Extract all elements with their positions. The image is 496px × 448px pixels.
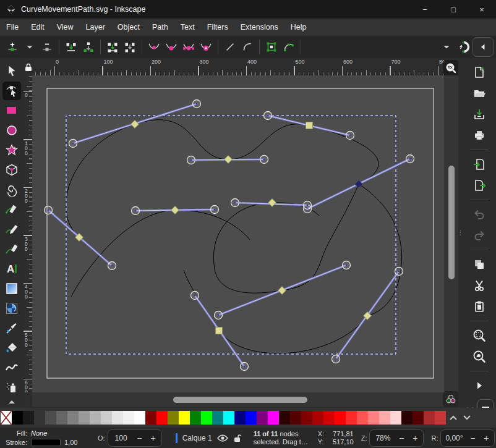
tool-spiral[interactable] <box>2 180 21 199</box>
node-auto-icon[interactable] <box>197 38 215 56</box>
swatch-none[interactable] <box>1 411 12 425</box>
layer-lock-icon[interactable] <box>233 434 241 442</box>
color-swatch[interactable] <box>268 411 279 425</box>
toolbox-overflow-icon[interactable] <box>8 399 15 404</box>
color-swatch[interactable] <box>56 411 67 425</box>
color-swatch[interactable] <box>156 411 168 425</box>
color-swatch[interactable] <box>368 411 379 425</box>
tool-calligraphy[interactable] <box>2 240 21 258</box>
delete-segment-icon[interactable] <box>121 38 139 56</box>
tool-dropper[interactable] <box>2 319 21 337</box>
tool-star[interactable] <box>2 141 21 159</box>
menu-path[interactable]: Path <box>146 20 174 35</box>
color-swatch[interactable] <box>379 411 390 425</box>
horizontal-ruler[interactable]: 0100200300400500600700800 <box>32 58 444 75</box>
path-node-square[interactable] <box>306 122 313 129</box>
panel-resize-grip[interactable]: ⋮ <box>458 58 463 407</box>
color-swatch[interactable] <box>424 411 435 425</box>
color-swatch[interactable] <box>413 411 424 425</box>
color-swatch[interactable] <box>179 411 190 425</box>
delete-node-icon[interactable] <box>38 38 56 56</box>
color-swatch[interactable] <box>190 411 201 425</box>
menu-help[interactable]: Help <box>284 20 313 35</box>
zoom-1-1-button[interactable] <box>443 60 459 76</box>
tool-mesh[interactable] <box>2 299 21 318</box>
tool-gradient[interactable] <box>2 279 21 298</box>
color-swatch[interactable] <box>134 411 145 425</box>
stroke-width-value[interactable]: 1,00 <box>64 439 77 446</box>
open-document-button[interactable] <box>469 85 490 101</box>
fill-value[interactable]: None <box>31 429 47 437</box>
undo-button[interactable] <box>469 206 490 222</box>
color-swatch[interactable] <box>312 411 323 425</box>
tool-bucket[interactable] <box>2 339 21 357</box>
zoom-selection-button[interactable] <box>469 328 490 344</box>
color-swatch[interactable] <box>223 411 234 425</box>
layer-name[interactable]: Calque 1 <box>182 434 212 442</box>
zoom-field[interactable]: 78% − + <box>369 429 424 447</box>
join-nodes-icon[interactable] <box>62 38 80 56</box>
color-swatch[interactable] <box>346 411 357 425</box>
color-swatch[interactable] <box>301 411 312 425</box>
tool-spray[interactable] <box>2 378 21 397</box>
menu-file[interactable]: File <box>0 20 25 35</box>
rotation-increase-button[interactable]: + <box>482 433 490 443</box>
menu-view[interactable]: View <box>51 20 80 35</box>
color-swatch[interactable] <box>90 411 101 425</box>
toolbar-overflow-icon[interactable] <box>438 38 455 56</box>
opacity-field[interactable]: 100 − + <box>108 429 162 447</box>
save-document-button[interactable] <box>469 106 490 122</box>
path-node-square[interactable] <box>216 328 223 334</box>
expand-more-button[interactable] <box>469 378 490 394</box>
color-swatch[interactable] <box>290 411 301 425</box>
color-swatch[interactable] <box>145 411 156 425</box>
tool-text[interactable]: A <box>2 260 21 278</box>
print-document-button[interactable] <box>469 127 490 143</box>
color-swatch[interactable] <box>390 411 401 425</box>
canvas[interactable] <box>32 75 444 392</box>
menu-extensions[interactable]: Extensions <box>234 20 284 35</box>
collapse-commands-bar-button[interactable] <box>472 37 494 57</box>
rotation-field[interactable]: 0,00° − + <box>440 429 495 447</box>
tool-ellipse[interactable] <box>2 121 21 140</box>
tool-pen[interactable] <box>2 200 21 219</box>
menu-edit[interactable]: Edit <box>25 20 51 35</box>
menu-filters[interactable]: Filters <box>201 20 234 35</box>
zoom-value[interactable]: 78% <box>374 434 392 442</box>
fill-stroke-indicator[interactable]: Fill: None Stroke: 1,00 <box>4 429 90 447</box>
color-swatch[interactable] <box>34 411 45 425</box>
segment-line-icon[interactable] <box>221 38 239 56</box>
color-swatch[interactable] <box>101 411 112 425</box>
cut-button[interactable] <box>469 277 490 294</box>
close-button[interactable]: × <box>468 0 496 19</box>
zoom-drawing-button[interactable] <box>469 349 490 365</box>
layer-indicator[interactable]: Calque 1 <box>176 433 241 443</box>
insert-node-menu-icon[interactable] <box>21 38 38 56</box>
tool-selector[interactable] <box>2 62 21 80</box>
color-swatch[interactable] <box>279 411 290 425</box>
color-swatch[interactable] <box>435 411 446 425</box>
color-swatch[interactable] <box>212 411 223 425</box>
node-smooth-icon[interactable] <box>163 38 180 56</box>
color-swatch[interactable] <box>257 411 268 425</box>
vertical-scrollbar[interactable] <box>444 75 458 392</box>
layer-visibility-icon[interactable] <box>217 434 228 442</box>
opacity-increase-button[interactable]: + <box>149 433 158 443</box>
color-swatch[interactable] <box>45 411 56 425</box>
stroke-color-swatch[interactable] <box>31 439 61 446</box>
join-segment-icon[interactable] <box>104 38 121 56</box>
opacity-value[interactable]: 100 <box>112 434 130 442</box>
redo-button[interactable] <box>469 227 490 243</box>
palette-scroll-up-icon[interactable] <box>450 415 457 420</box>
menu-layer[interactable]: Layer <box>80 20 111 35</box>
import-document-button[interactable] <box>469 156 490 172</box>
color-managed-display-button[interactable] <box>443 391 459 407</box>
color-swatch[interactable] <box>401 411 413 425</box>
tool-box3d[interactable] <box>2 161 21 179</box>
tool-rectangle[interactable] <box>2 101 21 120</box>
node-corner-icon[interactable] <box>145 38 163 56</box>
object-to-path-icon[interactable] <box>263 38 280 56</box>
color-swatch[interactable] <box>23 411 34 425</box>
rotation-decrease-button[interactable]: − <box>468 433 477 443</box>
color-swatch[interactable] <box>234 411 246 425</box>
